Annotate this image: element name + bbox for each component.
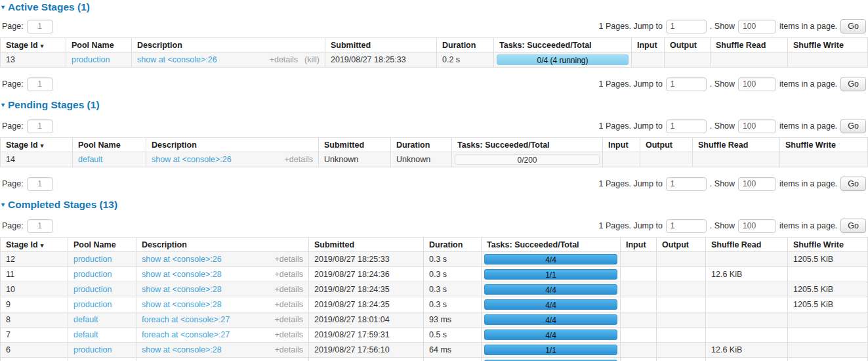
items-per-page-input[interactable] — [738, 77, 776, 91]
column-header-duration[interactable]: Duration — [437, 38, 494, 53]
stage-description-link[interactable]: show at <console>:28 — [142, 270, 268, 279]
column-header-pool-name[interactable]: Pool Name — [66, 38, 132, 53]
details-toggle[interactable]: +details — [275, 315, 303, 324]
column-header-tasks-succeeded-total[interactable]: Tasks: Succeeded/Total — [494, 38, 632, 53]
cell-input — [632, 53, 665, 68]
column-header-stage-id[interactable]: Stage Id▾ — [1, 238, 68, 252]
stage-description-link[interactable]: show at <console>:28 — [142, 285, 268, 294]
page-number-input[interactable] — [27, 177, 53, 191]
pool-link[interactable]: default — [73, 315, 98, 324]
details-toggle[interactable]: +details — [275, 345, 303, 354]
column-header-shuffle-write[interactable]: Shuffle Write — [780, 138, 868, 152]
stage-description-link[interactable]: foreach at <console>:27 — [142, 315, 268, 324]
column-header-shuffle-write[interactable]: Shuffle Write — [788, 38, 868, 53]
column-header-stage-id[interactable]: Stage Id▾ — [1, 138, 73, 152]
section-heading-active-stages[interactable]: ▾ Active Stages (1) — [1, 1, 868, 12]
kill-link[interactable]: (kill) — [304, 55, 320, 64]
cell-input — [621, 297, 657, 312]
task-progress-bar: 4/4 — [484, 284, 617, 295]
pool-link[interactable]: default — [78, 155, 103, 164]
pool-link[interactable]: production — [73, 255, 112, 264]
details-toggle[interactable]: +details — [275, 330, 303, 339]
cell-submitted: Unknown — [319, 152, 391, 167]
stages-page: ▾ Active Stages (1) Page: 1 Pages. Jump … — [0, 0, 868, 361]
column-header-submitted[interactable]: Submitted — [325, 38, 437, 53]
jump-to-page-input[interactable] — [666, 77, 707, 91]
column-header-output[interactable]: Output — [665, 38, 711, 53]
details-toggle[interactable]: +details — [275, 285, 303, 294]
page-number-input[interactable] — [27, 219, 53, 233]
stage-description-link[interactable]: show at <console>:26 — [137, 55, 263, 64]
go-button[interactable]: Go — [840, 77, 866, 91]
stage-description-link[interactable]: foreach at <console>:27 — [142, 330, 268, 339]
stage-description-link[interactable]: show at <console>:28 — [142, 345, 268, 354]
column-header-description[interactable]: Description — [146, 138, 319, 152]
details-toggle[interactable]: +details — [275, 270, 303, 279]
column-header-shuffle-read[interactable]: Shuffle Read — [706, 238, 788, 252]
go-button[interactable]: Go — [840, 177, 866, 191]
column-header-output[interactable]: Output — [640, 138, 693, 152]
cell-description: show at <console>:26+details — [146, 152, 319, 167]
pool-link[interactable]: production — [73, 345, 112, 354]
details-toggle[interactable]: +details — [275, 255, 303, 264]
column-header-input[interactable]: Input — [621, 238, 657, 252]
page-number-input[interactable] — [27, 77, 53, 91]
column-header-stage-id[interactable]: Stage Id▾ — [1, 38, 66, 53]
column-header-duration[interactable]: Duration — [391, 138, 452, 152]
details-toggle[interactable]: +details — [285, 155, 313, 164]
jump-to-page-input[interactable] — [666, 219, 707, 233]
column-header-description[interactable]: Description — [136, 238, 309, 252]
jump-to-page-input[interactable] — [666, 119, 707, 133]
column-header-submitted[interactable]: Submitted — [309, 238, 424, 252]
page-number-input[interactable] — [27, 119, 53, 133]
sort-desc-icon: ▾ — [41, 43, 44, 49]
stage-row: 13productionshow at <console>:26+details… — [1, 53, 868, 68]
items-per-page-label: items in a page. — [779, 22, 837, 31]
column-label: Stage Id — [6, 140, 38, 150]
items-per-page-input[interactable] — [738, 119, 776, 133]
column-header-pool-name[interactable]: Pool Name — [68, 238, 136, 252]
sort-desc-icon: ▾ — [41, 142, 44, 149]
column-header-shuffle-read[interactable]: Shuffle Read — [711, 38, 788, 53]
details-toggle[interactable]: +details — [270, 55, 298, 64]
stage-description-link[interactable]: show at <console>:26 — [152, 155, 278, 164]
column-header-tasks-succeeded-total[interactable]: Tasks: Succeeded/Total — [452, 138, 603, 152]
column-label: Description — [137, 41, 182, 50]
pool-link[interactable]: production — [72, 55, 110, 64]
description-wrap: show at <console>:28+details — [142, 285, 303, 294]
details-toggle[interactable]: +details — [275, 300, 303, 309]
cell-shuffle-write — [788, 312, 868, 328]
task-progress-bar: 0/4 (4 running) — [497, 54, 629, 65]
pool-link[interactable]: production — [73, 270, 112, 279]
column-header-submitted[interactable]: Submitted — [319, 138, 391, 152]
section-heading-completed-stages[interactable]: ▾ Completed Stages (13) — [1, 199, 868, 210]
go-button[interactable]: Go — [840, 19, 866, 33]
column-header-input[interactable]: Input — [603, 138, 640, 152]
column-header-duration[interactable]: Duration — [424, 238, 482, 252]
pool-link[interactable]: default — [73, 330, 98, 339]
stage-row: 14defaultshow at <console>:26+detailsUnk… — [1, 152, 868, 167]
items-per-page-input[interactable] — [738, 177, 776, 191]
items-per-page-label: items in a page. — [779, 179, 837, 188]
column-header-tasks-succeeded-total[interactable]: Tasks: Succeeded/Total — [482, 238, 621, 252]
column-header-pool-name[interactable]: Pool Name — [73, 138, 146, 152]
cell-duration: 64 ms — [424, 343, 482, 358]
column-header-shuffle-write[interactable]: Shuffle Write — [788, 238, 868, 252]
pool-link[interactable]: production — [73, 285, 112, 294]
items-per-page-input[interactable] — [738, 20, 776, 33]
jump-to-page-input[interactable] — [666, 177, 707, 191]
column-header-shuffle-read[interactable]: Shuffle Read — [693, 138, 780, 152]
section-heading-pending-stages[interactable]: ▾ Pending Stages (1) — [1, 99, 868, 110]
jump-to-page-input[interactable] — [666, 20, 707, 33]
items-per-page-input[interactable] — [738, 219, 776, 233]
stage-description-link[interactable]: show at <console>:28 — [142, 300, 268, 309]
page-number-input[interactable] — [27, 20, 53, 33]
stage-description-link[interactable]: show at <console>:26 — [142, 255, 268, 264]
pool-link[interactable]: production — [73, 300, 112, 309]
cell-input — [621, 252, 657, 267]
column-header-output[interactable]: Output — [657, 238, 706, 252]
go-button[interactable]: Go — [840, 219, 866, 233]
column-header-description[interactable]: Description — [132, 38, 325, 53]
go-button[interactable]: Go — [840, 119, 866, 133]
column-header-input[interactable]: Input — [632, 38, 665, 53]
